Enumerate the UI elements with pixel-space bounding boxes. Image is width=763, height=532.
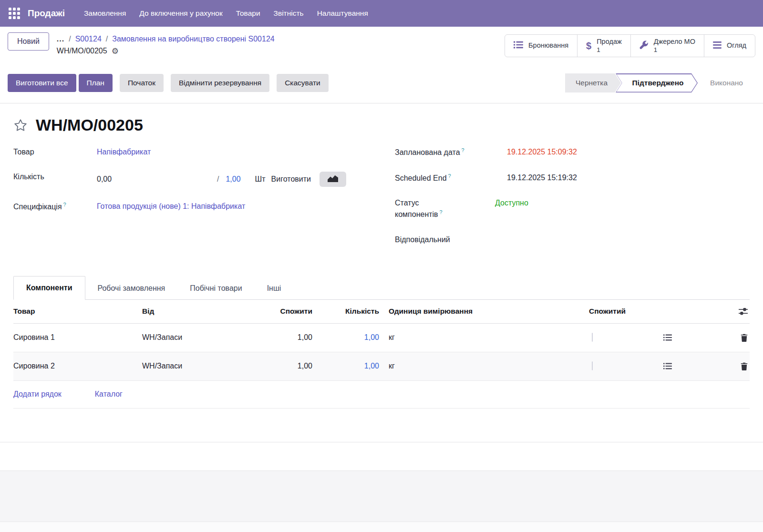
breadcrumb-link-mo-list[interactable]: Замовлення на виробництво створені S0012… <box>112 35 274 43</box>
new-button[interactable]: Новий <box>8 32 49 51</box>
delete-row-icon[interactable] <box>729 362 750 370</box>
adjust-columns-icon[interactable] <box>729 308 750 315</box>
nav-item-products[interactable]: Товари <box>229 5 267 22</box>
gear-icon[interactable]: ⚙ <box>112 47 119 55</box>
delete-row-icon[interactable] <box>729 334 750 342</box>
stat-label: Продаж <box>597 38 621 46</box>
produce-all-button[interactable]: Виготовити все <box>8 74 76 92</box>
cell-to-consume[interactable]: 1,00 <box>267 333 312 342</box>
statusbar: Чернетка Підтверджено Виконано <box>565 73 752 92</box>
start-button[interactable]: Початок <box>120 74 164 92</box>
add-line-link[interactable]: Додати рядок <box>13 390 62 399</box>
breadcrumb: ... / S00124 / Замовлення на виробництво… <box>57 32 275 55</box>
cell-uom[interactable]: кг <box>379 362 584 370</box>
forecast-chart-button[interactable] <box>320 172 346 187</box>
stat-button-reservations[interactable]: Бронювання <box>505 35 577 57</box>
quantity-uom: Шт <box>255 174 266 184</box>
main-menu: Замовлення До включення у рахунок Товари… <box>77 5 375 22</box>
nav-item-to-invoice[interactable]: До включення у рахунок <box>133 5 229 22</box>
scheduled-date-label: Запланована дата? <box>395 147 507 158</box>
stat-button-sale[interactable]: $ Продаж 1 <box>577 35 630 57</box>
scheduled-end-label: Scheduled End? <box>395 173 507 184</box>
app-name[interactable]: Продажі <box>28 8 65 19</box>
notebook-tabs: Компоненти Робочі замовлення Побічні тов… <box>13 276 750 300</box>
top-navbar: Продажі Замовлення До включення у рахуно… <box>0 0 763 27</box>
favorite-star-icon[interactable] <box>13 118 28 133</box>
stat-label: Джерело МО <box>654 38 695 46</box>
product-label: Товар <box>13 147 97 157</box>
status-step-confirmed[interactable]: Підтверджено <box>616 73 698 92</box>
bars-icon <box>713 41 722 51</box>
dollar-icon: $ <box>586 41 591 51</box>
cell-uom[interactable]: кг <box>379 333 584 342</box>
control-panel: Новий ... / S00124 / Замовлення на вироб… <box>0 27 763 64</box>
quantity-produced-input[interactable]: 0,00 <box>97 174 217 184</box>
status-step-done[interactable]: Виконано <box>698 73 752 92</box>
unreserve-button[interactable]: Відмінити резервування <box>171 74 269 92</box>
move-details-icon[interactable] <box>646 363 689 369</box>
header-quantity: Кількість <box>312 307 379 316</box>
consumed-checkbox[interactable] <box>592 333 593 342</box>
nav-item-reporting[interactable]: Звітність <box>267 5 310 22</box>
page-background <box>0 471 763 522</box>
header-source: Від <box>142 307 267 316</box>
stat-label: Огляд <box>727 41 746 50</box>
bottom-strip <box>0 522 763 532</box>
help-icon: ? <box>440 209 443 215</box>
help-icon: ? <box>448 173 451 179</box>
quantity-separator: / <box>217 174 219 184</box>
plan-button[interactable]: План <box>79 74 113 92</box>
breadcrumb-overflow[interactable]: ... <box>57 35 64 43</box>
cell-to-consume[interactable]: 1,00 <box>267 362 312 370</box>
cell-quantity[interactable]: 1,00 <box>312 333 379 342</box>
catalog-link[interactable]: Каталог <box>95 390 123 399</box>
stat-button-overview[interactable]: Огляд <box>704 35 755 57</box>
breadcrumb-link-sale-order[interactable]: S00124 <box>75 35 102 43</box>
status-step-draft[interactable]: Чернетка <box>565 73 621 92</box>
form-sheet: WH/MO/00205 Товар Напівфабрикат Кількіст… <box>0 103 763 442</box>
area-chart-icon <box>328 175 338 184</box>
move-details-icon[interactable] <box>646 334 689 341</box>
scheduled-date-value[interactable]: 19.12.2025 15:09:32 <box>507 147 577 157</box>
chatter-area <box>0 442 763 471</box>
tab-byproducts[interactable]: Побічні товари <box>177 277 254 300</box>
consumed-checkbox[interactable] <box>592 361 593 370</box>
stat-label: Бронювання <box>528 41 568 50</box>
header-consumed: Спожитий <box>584 307 646 316</box>
cell-product[interactable]: Сировина 1 <box>13 333 142 342</box>
apps-grid-icon[interactable] <box>9 8 20 19</box>
record-title: WH/MO/00205 <box>36 116 143 134</box>
stat-value: 1 <box>597 46 621 54</box>
components-status-value: Доступно <box>495 198 528 208</box>
cell-quantity[interactable]: 1,00 <box>312 362 379 370</box>
nav-item-settings[interactable]: Налаштування <box>310 5 375 22</box>
bom-value-link[interactable]: Готова продукція (нове) 1: Напівфабрикат <box>97 201 245 212</box>
product-value-link[interactable]: Напівфабрикат <box>97 147 151 157</box>
nav-item-orders[interactable]: Замовлення <box>77 5 133 22</box>
header-uom: Одиниця вимірювання <box>379 307 584 316</box>
table-row: Сировина 1 WH/Запаси 1,00 1,00 кг <box>13 324 750 352</box>
stat-button-source-mo[interactable]: Джерело МО 1 <box>630 35 704 57</box>
responsible-label: Відповідальний <box>395 235 507 245</box>
tab-components[interactable]: Компоненти <box>13 276 85 300</box>
cell-product[interactable]: Сировина 2 <box>13 362 142 370</box>
help-icon: ? <box>63 202 66 207</box>
bom-label: Специфікація? <box>13 201 97 213</box>
cell-source[interactable]: WH/Запаси <box>142 362 267 370</box>
produce-uom-label: Виготовити <box>271 174 311 184</box>
table-footer-row: Додати рядок Каталог <box>13 381 750 409</box>
tab-work-orders[interactable]: Робочі замовлення <box>85 277 178 300</box>
action-bar: Виготовити все План Початок Відмінити ре… <box>0 64 763 103</box>
table-header-row: Товар Від Спожити Кількість Одиниця вимі… <box>13 300 750 324</box>
scheduled-end-value[interactable]: 19.12.2025 15:19:32 <box>507 173 577 183</box>
field-groups: Товар Напівфабрикат Кількість 0,00 / 1,0… <box>13 147 750 259</box>
quantity-to-produce-input[interactable]: 1,00 <box>226 174 240 184</box>
cancel-button[interactable]: Скасувати <box>277 74 329 92</box>
help-icon: ? <box>462 147 464 153</box>
header-to-consume: Спожити <box>267 307 312 316</box>
breadcrumb-separator: / <box>106 35 108 43</box>
breadcrumb-separator: / <box>69 35 71 43</box>
components-table: Товар Від Спожити Кількість Одиниця вимі… <box>13 300 750 409</box>
tab-misc[interactable]: Інші <box>255 277 294 300</box>
cell-source[interactable]: WH/Запаси <box>142 333 267 342</box>
